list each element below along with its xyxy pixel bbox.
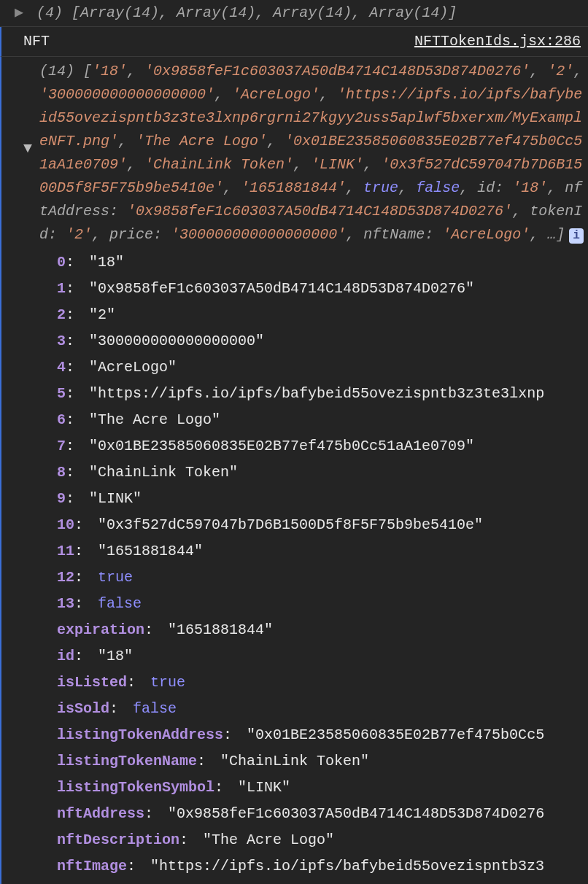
property-value: "https://ipfs.io/ipfs/bafybeid55ovezispn… bbox=[150, 858, 544, 875]
log-content: ▼ (14) ['18', '0x9858feF1c603037A50dB471… bbox=[0, 57, 588, 884]
log-label: NFT bbox=[23, 30, 50, 53]
property-key: listingTokenAddress bbox=[57, 726, 223, 743]
property-row[interactable]: 12: true bbox=[57, 565, 588, 591]
property-value: "LINK" bbox=[89, 490, 142, 507]
parent-array-items: [Array(14), Array(14), Array(14), Array(… bbox=[71, 4, 457, 21]
property-key: 9 bbox=[57, 490, 66, 507]
property-row[interactable]: 3: "300000000000000000" bbox=[57, 328, 588, 354]
property-row[interactable]: 11: "1651881844" bbox=[57, 538, 588, 565]
property-value: true bbox=[98, 569, 133, 586]
property-row[interactable]: listingTokenAddress: "0x01BE23585060835E… bbox=[57, 722, 588, 748]
property-key: 3 bbox=[57, 333, 66, 349]
property-key: 10 bbox=[57, 516, 74, 533]
property-key: expiration bbox=[57, 621, 144, 638]
property-value: "18" bbox=[89, 254, 124, 271]
source-link[interactable]: NFTTokenIds.jsx:286 bbox=[414, 30, 581, 53]
property-key: isSold bbox=[57, 700, 109, 717]
property-key: listingTokenSymbol bbox=[57, 779, 214, 796]
property-key: isListed bbox=[57, 674, 127, 691]
property-key: 0 bbox=[57, 254, 66, 271]
property-value: "0x9858feF1c603037A50dB4714C148D53D874D0… bbox=[89, 280, 474, 297]
log-header-row: NFT NFTTokenIds.jsx:286 bbox=[0, 27, 588, 57]
property-row[interactable]: isSold: false bbox=[57, 696, 588, 722]
property-value: false bbox=[98, 595, 142, 612]
property-list: 0: "18"1: "0x9858feF1c603037A50dB4714C14… bbox=[23, 249, 588, 884]
property-row[interactable]: 7: "0x01BE23585060835E02B77ef475b0Cc51aA… bbox=[57, 433, 588, 460]
property-value: "18" bbox=[98, 648, 133, 664]
property-row[interactable]: nftDescription: "The Acre Logo" bbox=[57, 827, 588, 853]
property-value: "ChainLink Token" bbox=[89, 464, 238, 481]
property-row[interactable]: listingTokenSymbol: "LINK" bbox=[57, 775, 588, 801]
property-value: "2" bbox=[89, 306, 115, 323]
property-row[interactable]: 10: "0x3f527dC597047b7D6B1500D5f8F5F75b9… bbox=[57, 512, 588, 538]
property-row[interactable]: 2: "2" bbox=[57, 302, 588, 328]
object-summary[interactable]: ▼ (14) ['18', '0x9858feF1c603037A50dB471… bbox=[23, 57, 588, 249]
property-row[interactable]: nftAddress: "0x9858feF1c603037A50dB4714C… bbox=[57, 801, 588, 827]
property-row[interactable]: 5: "https://ipfs.io/ipfs/bafybeid55ovezi… bbox=[57, 381, 588, 407]
property-key: id bbox=[57, 648, 74, 664]
property-value: "AcreLogo" bbox=[89, 359, 177, 376]
property-value: true bbox=[150, 674, 185, 691]
property-row[interactable]: 13: false bbox=[57, 591, 588, 617]
property-row[interactable]: listingTokenName: "ChainLink Token" bbox=[57, 748, 588, 775]
property-key: nftImage bbox=[57, 858, 127, 875]
property-key: 6 bbox=[57, 411, 66, 428]
property-row[interactable]: id: "18" bbox=[57, 643, 588, 670]
property-key: 1 bbox=[57, 280, 66, 297]
property-value: "The Acre Logo" bbox=[203, 831, 334, 848]
property-value: "300000000000000000" bbox=[89, 333, 264, 349]
property-key: 2 bbox=[57, 306, 66, 323]
property-value: "ChainLink Token" bbox=[220, 753, 369, 769]
property-key: 13 bbox=[57, 595, 74, 612]
property-key: 11 bbox=[57, 543, 74, 559]
property-row[interactable]: nftName: "AcreLogo" bbox=[57, 880, 588, 884]
property-row[interactable]: 6: "The Acre Logo" bbox=[57, 407, 588, 433]
property-row[interactable]: expiration: "1651881844" bbox=[57, 617, 588, 643]
property-value: "https://ipfs.io/ipfs/bafybeid55ovezispn… bbox=[89, 385, 544, 402]
property-key: nftDescription bbox=[57, 831, 179, 848]
property-value: "The Acre Logo" bbox=[89, 411, 220, 428]
property-value: "0x01BE23585060835E02B77ef475b0Cc51aA1e0… bbox=[89, 438, 474, 454]
property-row[interactable]: 4: "AcreLogo" bbox=[57, 354, 588, 381]
property-row[interactable]: isListed: true bbox=[57, 670, 588, 696]
info-icon[interactable]: i bbox=[569, 228, 584, 244]
parent-array-row[interactable]: ▶ (4) [Array(14), Array(14), Array(14), … bbox=[0, 0, 588, 27]
collapse-arrow-icon[interactable]: ▶ bbox=[15, 4, 23, 21]
property-value: "1651881844" bbox=[168, 621, 273, 638]
property-row[interactable]: 0: "18" bbox=[57, 249, 588, 276]
property-value: false bbox=[133, 700, 177, 717]
property-value: "0x3f527dC597047b7D6B1500D5f8F5F75b9be54… bbox=[98, 516, 483, 533]
property-value: "0x9858feF1c603037A50dB4714C148D53D874D0… bbox=[168, 805, 544, 822]
property-key: 8 bbox=[57, 464, 66, 481]
parent-array-count: (4) bbox=[36, 4, 63, 21]
property-row[interactable]: 9: "LINK" bbox=[57, 486, 588, 512]
property-key: 12 bbox=[57, 569, 74, 586]
property-key: listingTokenName bbox=[57, 753, 197, 769]
property-row[interactable]: 1: "0x9858feF1c603037A50dB4714C148D53D87… bbox=[57, 276, 588, 302]
property-key: nftAddress bbox=[57, 805, 144, 822]
property-row[interactable]: 8: "ChainLink Token" bbox=[57, 460, 588, 486]
property-value: "0x01BE23585060835E02B77ef475b0Cc5 bbox=[247, 726, 544, 743]
property-row[interactable]: nftImage: "https://ipfs.io/ipfs/bafybeid… bbox=[57, 853, 588, 880]
property-key: 7 bbox=[57, 438, 66, 454]
expand-arrow-icon[interactable]: ▼ bbox=[23, 137, 32, 160]
property-key: 4 bbox=[57, 359, 66, 376]
property-value: "LINK" bbox=[238, 779, 290, 796]
property-value: "1651881844" bbox=[98, 543, 203, 559]
property-key: 5 bbox=[57, 385, 66, 402]
